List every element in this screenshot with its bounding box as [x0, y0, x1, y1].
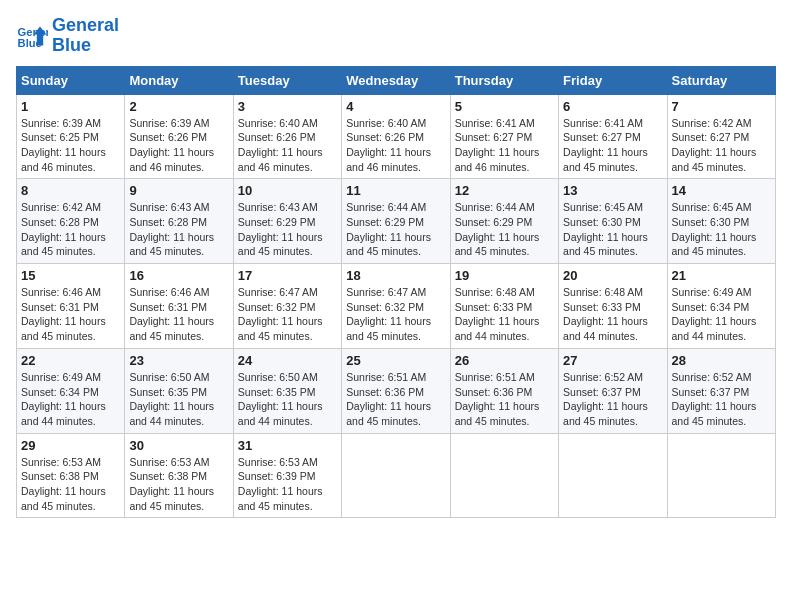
day-number: 21	[672, 268, 771, 283]
week-row-1: 1 Sunrise: 6:39 AM Sunset: 6:25 PM Dayli…	[17, 94, 776, 179]
day-number: 11	[346, 183, 445, 198]
calendar-cell: 30 Sunrise: 6:53 AM Sunset: 6:38 PM Dayl…	[125, 433, 233, 518]
calendar-cell: 29 Sunrise: 6:53 AM Sunset: 6:38 PM Dayl…	[17, 433, 125, 518]
day-info: Sunrise: 6:42 AM Sunset: 6:28 PM Dayligh…	[21, 200, 120, 259]
day-info: Sunrise: 6:52 AM Sunset: 6:37 PM Dayligh…	[563, 370, 662, 429]
calendar-cell	[667, 433, 775, 518]
day-number: 15	[21, 268, 120, 283]
day-info: Sunrise: 6:48 AM Sunset: 6:33 PM Dayligh…	[455, 285, 554, 344]
day-info: Sunrise: 6:47 AM Sunset: 6:32 PM Dayligh…	[238, 285, 337, 344]
week-row-3: 15 Sunrise: 6:46 AM Sunset: 6:31 PM Dayl…	[17, 264, 776, 349]
calendar-cell	[450, 433, 558, 518]
day-number: 4	[346, 99, 445, 114]
day-number: 24	[238, 353, 337, 368]
day-info: Sunrise: 6:46 AM Sunset: 6:31 PM Dayligh…	[21, 285, 120, 344]
calendar-cell: 17 Sunrise: 6:47 AM Sunset: 6:32 PM Dayl…	[233, 264, 341, 349]
calendar-cell: 31 Sunrise: 6:53 AM Sunset: 6:39 PM Dayl…	[233, 433, 341, 518]
day-number: 5	[455, 99, 554, 114]
day-number: 19	[455, 268, 554, 283]
weekday-header-friday: Friday	[559, 66, 667, 94]
day-number: 29	[21, 438, 120, 453]
day-info: Sunrise: 6:39 AM Sunset: 6:26 PM Dayligh…	[129, 116, 228, 175]
day-number: 8	[21, 183, 120, 198]
day-info: Sunrise: 6:44 AM Sunset: 6:29 PM Dayligh…	[455, 200, 554, 259]
logo-icon: General Blue	[16, 20, 48, 52]
day-number: 2	[129, 99, 228, 114]
calendar-cell: 28 Sunrise: 6:52 AM Sunset: 6:37 PM Dayl…	[667, 348, 775, 433]
calendar-cell: 10 Sunrise: 6:43 AM Sunset: 6:29 PM Dayl…	[233, 179, 341, 264]
day-number: 1	[21, 99, 120, 114]
day-info: Sunrise: 6:49 AM Sunset: 6:34 PM Dayligh…	[21, 370, 120, 429]
calendar-cell: 2 Sunrise: 6:39 AM Sunset: 6:26 PM Dayli…	[125, 94, 233, 179]
calendar-cell: 27 Sunrise: 6:52 AM Sunset: 6:37 PM Dayl…	[559, 348, 667, 433]
day-info: Sunrise: 6:42 AM Sunset: 6:27 PM Dayligh…	[672, 116, 771, 175]
weekday-header-sunday: Sunday	[17, 66, 125, 94]
weekday-header-tuesday: Tuesday	[233, 66, 341, 94]
day-info: Sunrise: 6:47 AM Sunset: 6:32 PM Dayligh…	[346, 285, 445, 344]
day-info: Sunrise: 6:41 AM Sunset: 6:27 PM Dayligh…	[563, 116, 662, 175]
week-row-2: 8 Sunrise: 6:42 AM Sunset: 6:28 PM Dayli…	[17, 179, 776, 264]
day-number: 12	[455, 183, 554, 198]
day-info: Sunrise: 6:40 AM Sunset: 6:26 PM Dayligh…	[346, 116, 445, 175]
day-number: 28	[672, 353, 771, 368]
day-number: 26	[455, 353, 554, 368]
day-number: 14	[672, 183, 771, 198]
calendar-cell: 25 Sunrise: 6:51 AM Sunset: 6:36 PM Dayl…	[342, 348, 450, 433]
calendar-cell: 18 Sunrise: 6:47 AM Sunset: 6:32 PM Dayl…	[342, 264, 450, 349]
calendar-cell: 16 Sunrise: 6:46 AM Sunset: 6:31 PM Dayl…	[125, 264, 233, 349]
calendar-cell: 3 Sunrise: 6:40 AM Sunset: 6:26 PM Dayli…	[233, 94, 341, 179]
calendar-cell: 1 Sunrise: 6:39 AM Sunset: 6:25 PM Dayli…	[17, 94, 125, 179]
weekday-header-thursday: Thursday	[450, 66, 558, 94]
day-number: 13	[563, 183, 662, 198]
logo: General Blue General Blue	[16, 16, 119, 56]
calendar-cell: 6 Sunrise: 6:41 AM Sunset: 6:27 PM Dayli…	[559, 94, 667, 179]
day-number: 25	[346, 353, 445, 368]
day-info: Sunrise: 6:53 AM Sunset: 6:39 PM Dayligh…	[238, 455, 337, 514]
day-info: Sunrise: 6:46 AM Sunset: 6:31 PM Dayligh…	[129, 285, 228, 344]
calendar-cell: 21 Sunrise: 6:49 AM Sunset: 6:34 PM Dayl…	[667, 264, 775, 349]
logo-text-general: General	[52, 16, 119, 36]
calendar-cell: 4 Sunrise: 6:40 AM Sunset: 6:26 PM Dayli…	[342, 94, 450, 179]
day-info: Sunrise: 6:51 AM Sunset: 6:36 PM Dayligh…	[346, 370, 445, 429]
day-info: Sunrise: 6:52 AM Sunset: 6:37 PM Dayligh…	[672, 370, 771, 429]
day-info: Sunrise: 6:44 AM Sunset: 6:29 PM Dayligh…	[346, 200, 445, 259]
day-number: 22	[21, 353, 120, 368]
day-info: Sunrise: 6:49 AM Sunset: 6:34 PM Dayligh…	[672, 285, 771, 344]
logo-text-blue: Blue	[52, 36, 119, 56]
day-info: Sunrise: 6:39 AM Sunset: 6:25 PM Dayligh…	[21, 116, 120, 175]
day-info: Sunrise: 6:43 AM Sunset: 6:29 PM Dayligh…	[238, 200, 337, 259]
calendar-cell: 5 Sunrise: 6:41 AM Sunset: 6:27 PM Dayli…	[450, 94, 558, 179]
calendar-cell: 20 Sunrise: 6:48 AM Sunset: 6:33 PM Dayl…	[559, 264, 667, 349]
day-info: Sunrise: 6:45 AM Sunset: 6:30 PM Dayligh…	[563, 200, 662, 259]
week-row-5: 29 Sunrise: 6:53 AM Sunset: 6:38 PM Dayl…	[17, 433, 776, 518]
day-number: 23	[129, 353, 228, 368]
calendar-cell: 14 Sunrise: 6:45 AM Sunset: 6:30 PM Dayl…	[667, 179, 775, 264]
calendar-cell: 15 Sunrise: 6:46 AM Sunset: 6:31 PM Dayl…	[17, 264, 125, 349]
day-info: Sunrise: 6:51 AM Sunset: 6:36 PM Dayligh…	[455, 370, 554, 429]
day-info: Sunrise: 6:53 AM Sunset: 6:38 PM Dayligh…	[21, 455, 120, 514]
day-info: Sunrise: 6:40 AM Sunset: 6:26 PM Dayligh…	[238, 116, 337, 175]
week-row-4: 22 Sunrise: 6:49 AM Sunset: 6:34 PM Dayl…	[17, 348, 776, 433]
calendar-cell: 19 Sunrise: 6:48 AM Sunset: 6:33 PM Dayl…	[450, 264, 558, 349]
calendar-header: SundayMondayTuesdayWednesdayThursdayFrid…	[17, 66, 776, 94]
day-info: Sunrise: 6:41 AM Sunset: 6:27 PM Dayligh…	[455, 116, 554, 175]
weekday-row: SundayMondayTuesdayWednesdayThursdayFrid…	[17, 66, 776, 94]
calendar-cell: 26 Sunrise: 6:51 AM Sunset: 6:36 PM Dayl…	[450, 348, 558, 433]
day-number: 27	[563, 353, 662, 368]
weekday-header-monday: Monday	[125, 66, 233, 94]
day-number: 10	[238, 183, 337, 198]
day-number: 6	[563, 99, 662, 114]
calendar-cell: 24 Sunrise: 6:50 AM Sunset: 6:35 PM Dayl…	[233, 348, 341, 433]
day-info: Sunrise: 6:48 AM Sunset: 6:33 PM Dayligh…	[563, 285, 662, 344]
calendar-body: 1 Sunrise: 6:39 AM Sunset: 6:25 PM Dayli…	[17, 94, 776, 518]
day-number: 9	[129, 183, 228, 198]
day-info: Sunrise: 6:50 AM Sunset: 6:35 PM Dayligh…	[238, 370, 337, 429]
day-number: 16	[129, 268, 228, 283]
calendar-cell	[342, 433, 450, 518]
day-number: 18	[346, 268, 445, 283]
calendar-cell: 13 Sunrise: 6:45 AM Sunset: 6:30 PM Dayl…	[559, 179, 667, 264]
calendar-cell: 12 Sunrise: 6:44 AM Sunset: 6:29 PM Dayl…	[450, 179, 558, 264]
day-number: 3	[238, 99, 337, 114]
calendar-cell: 9 Sunrise: 6:43 AM Sunset: 6:28 PM Dayli…	[125, 179, 233, 264]
calendar-table: SundayMondayTuesdayWednesdayThursdayFrid…	[16, 66, 776, 519]
